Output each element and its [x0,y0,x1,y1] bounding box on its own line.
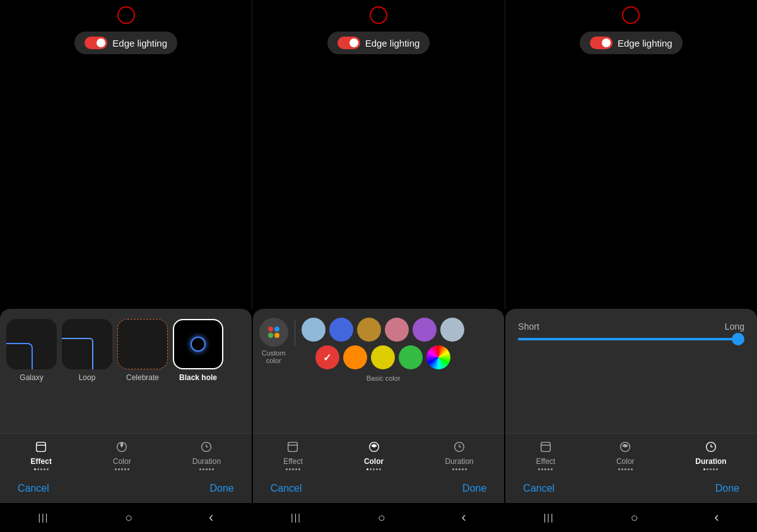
long-label: Long [725,321,744,332]
color-cancel-btn[interactable]: Cancel [266,480,307,497]
tab-effect-1[interactable]: Effect [25,439,58,470]
basic-color-label-container: Basic color [302,318,464,382]
custom-dots [268,327,279,338]
phone-preview-3: Edge lighting [505,0,757,309]
slider-thumb[interactable] [732,333,744,345]
duration-slider-track[interactable] [518,338,744,340]
duration-done-btn[interactable]: Done [710,480,744,497]
tab-duration-label-1: Duration [192,457,221,466]
tab-effect-label-1: Effect [31,457,52,466]
effect-content: Galaxy Loop Celebrate Black hole [0,309,252,433]
nav-home-1[interactable]: ○ [125,511,132,525]
short-label: Short [518,321,539,332]
tab-effect-3[interactable]: Effect [530,439,561,470]
blackhole-label: Black hole [179,373,217,382]
color-picker-area: Customcolor [253,309,505,382]
edge-lighting-badge-2[interactable]: Edge lighting [327,32,430,54]
custom-color-btn[interactable] [259,318,288,347]
color-red[interactable] [315,345,339,369]
nav-home-3[interactable]: ○ [630,511,638,525]
blackhole-thumb[interactable] [173,319,223,369]
basic-label-row: Basic color [365,372,401,382]
duration-icon-2 [451,439,467,455]
toggle-edge-2[interactable] [337,37,360,49]
custom-color-container: Customcolor [259,318,288,364]
loop-thumb[interactable] [62,319,112,369]
tab-duration-label-3: Duration [695,457,726,466]
duration-cancel-btn[interactable]: Cancel [518,480,560,497]
tab-dots-dur-2 [452,468,467,470]
edge-lighting-label-3: Edge lighting [618,38,672,49]
edge-lighting-badge-3[interactable]: Edge lighting [580,32,683,54]
phone-preview-2: Edge lighting [252,0,505,309]
duration-slider-area: Short Long [505,309,757,340]
edge-lighting-label-2: Edge lighting [365,38,420,49]
effect-item-blackhole[interactable]: Black hole [173,319,223,382]
loop-label: Loop [79,373,96,382]
nav-menu-1[interactable]: ||| [38,512,49,523]
tab-duration-3[interactable]: Duration [689,439,732,470]
tab-dots-dur-1 [199,468,214,470]
tab-effect-label-3: Effect [536,457,555,466]
tab-effect-2[interactable]: Effect [277,439,308,470]
nav-back-1[interactable]: ‹ [209,509,213,526]
color-done-btn[interactable]: Done [457,480,491,497]
duration-tab-bar: Effect Color [505,433,757,474]
panels-row: Galaxy Loop Celebrate Black hole [0,309,757,532]
color-orange[interactable] [343,345,367,369]
svg-rect-12 [541,442,551,452]
tab-color-1[interactable]: Color [107,439,138,470]
celebrate-thumb[interactable] [117,319,168,369]
nav-back-3[interactable]: ‹ [714,509,719,526]
nav-home-2[interactable]: ○ [378,511,385,525]
effect-nav-bar: ||| ○ ‹ [0,503,252,532]
phone-preview-1: Edge lighting [0,0,252,309]
color-yellow[interactable] [371,345,395,369]
nav-menu-3[interactable]: ||| [544,512,555,523]
effect-list: Galaxy Loop Celebrate Black hole [0,309,252,382]
edge-lighting-label-1: Edge lighting [112,38,167,49]
color-rainbow[interactable] [426,345,450,369]
galaxy-thumb[interactable] [6,319,57,369]
color-row-1 [302,318,464,342]
effect-item-loop[interactable]: Loop [62,319,112,382]
effect-icon-3 [537,439,554,455]
tab-duration-1[interactable]: Duration [186,439,227,470]
color-lightblue[interactable] [302,318,326,342]
effect-item-galaxy[interactable]: Galaxy [6,319,57,382]
custom-color-label: Customcolor [262,349,286,364]
effect-tab-bar: Effect Color [0,433,252,474]
color-green[interactable] [399,345,423,369]
color-grayblue[interactable] [440,318,464,342]
edge-lighting-badge-1[interactable]: Edge lighting [74,32,177,54]
nav-back-2[interactable]: ‹ [462,509,466,526]
tab-dots-color-1 [115,468,129,470]
toggle-edge-1[interactable] [85,37,107,49]
duration-labels: Short Long [518,321,744,332]
tab-dots-eff-3 [538,468,553,470]
duration-action-bar: Cancel Done [505,474,757,503]
tab-dots-col-2 [367,468,381,470]
duration-panel: Short Long Effect [505,309,757,532]
color-nav-bar: ||| ○ ‹ [253,503,505,532]
color-content: Customcolor [253,309,505,433]
nav-menu-2[interactable]: ||| [291,512,302,523]
color-icon-2 [366,439,382,455]
color-pink[interactable] [385,318,409,342]
effect-done-btn[interactable]: Done [204,480,238,497]
color-purple[interactable] [413,318,437,342]
effect-panel: Galaxy Loop Celebrate Black hole [0,309,252,532]
effect-cancel-btn[interactable]: Cancel [13,480,54,497]
tab-color-3[interactable]: Color [610,439,641,470]
color-blue[interactable] [329,318,353,342]
toggle-edge-3[interactable] [590,37,613,49]
tab-color-2[interactable]: Color [358,439,390,470]
color-gold[interactable] [357,318,381,342]
effect-icon-1 [33,439,49,455]
tab-duration-2[interactable]: Duration [438,439,479,470]
effect-item-celebrate[interactable]: Celebrate [117,319,168,382]
tab-dots-col-3 [618,468,633,470]
color-action-bar: Cancel Done [253,474,505,503]
color-tab-bar: Effect Color [253,433,505,474]
tab-color-label-2: Color [364,457,384,466]
